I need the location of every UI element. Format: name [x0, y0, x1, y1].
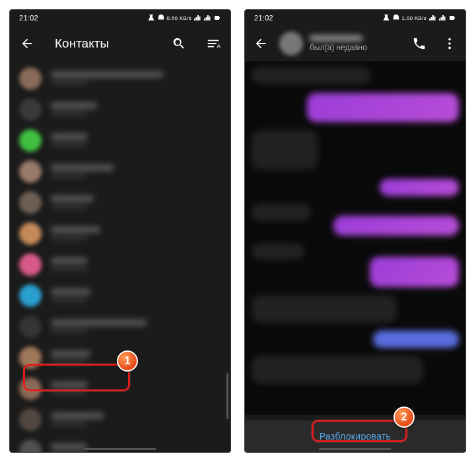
contact-row[interactable]: [10, 404, 230, 435]
message-in: [252, 204, 311, 221]
contact-row[interactable]: [10, 280, 230, 311]
message-in: [252, 356, 423, 383]
contacts-list[interactable]: [10, 61, 230, 453]
status-time: 21:02: [19, 14, 38, 22]
contact-text: [51, 71, 221, 85]
message-in: [252, 130, 318, 170]
contact-text: [51, 164, 221, 178]
contact-row[interactable]: [10, 311, 230, 342]
contact-row[interactable]: [10, 218, 230, 249]
contact-row[interactable]: [10, 249, 230, 280]
message-in: [252, 244, 304, 259]
contact-avatar: [19, 160, 42, 183]
chat-user-status: был(а) недавно: [310, 43, 401, 52]
annotation-box-1: [23, 364, 130, 391]
contact-row[interactable]: [10, 156, 230, 187]
contact-avatar: [19, 191, 42, 214]
contact-text: [51, 412, 221, 426]
message-in: [252, 295, 397, 323]
contact-text: [51, 319, 221, 333]
svg-text:A: A: [217, 44, 221, 50]
svg-rect-1: [219, 17, 220, 18]
contact-row[interactable]: [10, 125, 230, 156]
annotation-badge-1: 1: [117, 350, 138, 372]
contact-avatar: [19, 253, 42, 276]
contact-text: [51, 133, 221, 147]
contact-text: [51, 226, 221, 240]
chat-body[interactable]: [245, 61, 465, 415]
contact-avatar: [19, 67, 42, 90]
back-icon[interactable]: [249, 32, 273, 55]
contact-row[interactable]: [10, 94, 230, 125]
chat-user-name: [310, 35, 362, 42]
svg-rect-0: [215, 16, 219, 20]
contacts-title: Контакты: [55, 36, 156, 51]
contact-row[interactable]: [10, 63, 230, 94]
contacts-toolbar: Контакты A: [10, 26, 230, 61]
annotation-box-2: [312, 420, 407, 442]
svg-point-5: [448, 38, 451, 41]
phone-screenshot-chat: 21:02 1.00 KB/s был(а) недавно: [244, 9, 466, 453]
contact-avatar: [19, 98, 42, 121]
contact-avatar: [19, 409, 42, 431]
message-out: [370, 257, 459, 287]
message-in: [252, 67, 370, 84]
message-out: [373, 331, 459, 348]
search-icon[interactable]: [167, 32, 191, 55]
contact-text: [51, 102, 221, 116]
nav-indicator: [84, 448, 156, 450]
contact-row[interactable]: [10, 187, 230, 218]
contact-avatar: [19, 284, 42, 307]
statusbar: 21:02 0.56 KB/s: [10, 10, 230, 26]
contact-avatar: [19, 129, 42, 152]
contact-text: [51, 195, 221, 209]
status-icons-right: 0.56 KB/s: [147, 14, 221, 22]
chat-user-info[interactable]: был(а) недавно: [310, 35, 401, 52]
sort-icon[interactable]: A: [201, 32, 225, 55]
nav-indicator: [319, 448, 391, 450]
message-out: [380, 179, 459, 196]
phone-screenshot-contacts: 21:02 0.56 KB/s Контакты A 1: [9, 9, 231, 453]
status-icons-right: 1.00 KB/s: [382, 14, 456, 22]
chat-avatar[interactable]: [279, 32, 303, 55]
statusbar: 21:02 1.00 KB/s: [245, 10, 465, 26]
contact-text: [51, 288, 221, 302]
message-out: [307, 93, 459, 122]
call-icon[interactable]: [407, 32, 431, 55]
svg-rect-4: [454, 17, 455, 18]
contact-avatar: [19, 440, 42, 453]
scrollbar: [226, 373, 228, 419]
svg-point-6: [448, 42, 451, 45]
contact-avatar: [19, 222, 42, 245]
more-icon[interactable]: [438, 32, 461, 55]
svg-point-7: [448, 47, 451, 50]
contact-avatar: [19, 315, 42, 338]
message-out: [333, 216, 459, 236]
back-icon[interactable]: [15, 32, 39, 55]
chat-toolbar: был(а) недавно: [245, 26, 465, 61]
svg-rect-3: [450, 16, 454, 20]
annotation-badge-2: 2: [393, 407, 415, 428]
status-time: 21:02: [254, 14, 273, 22]
contact-text: [51, 257, 221, 271]
